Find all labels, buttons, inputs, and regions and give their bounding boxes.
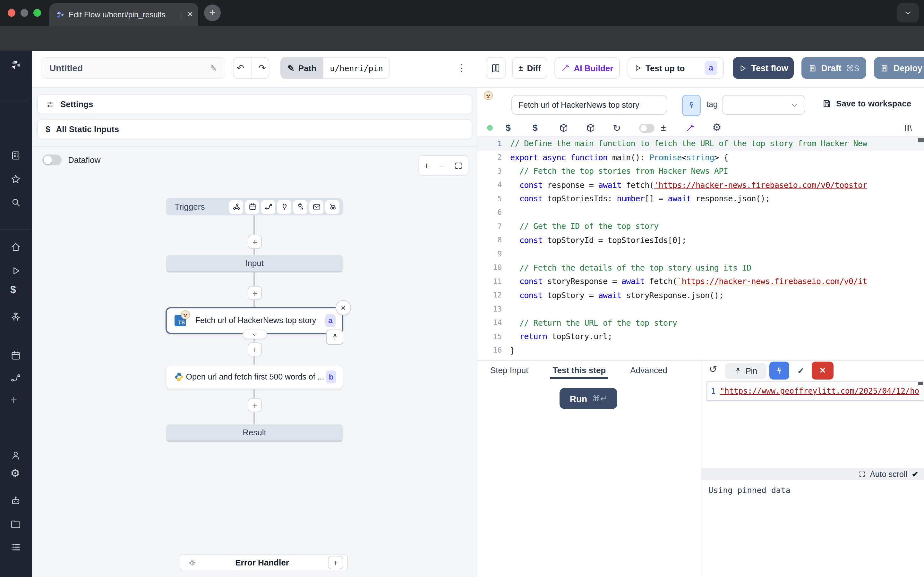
window-minimize-button[interactable] bbox=[21, 9, 28, 17]
code-line[interactable]: 11 const storyResponse = await fetch(`ht… bbox=[477, 274, 924, 288]
runs-play-icon[interactable] bbox=[10, 266, 21, 276]
more-options-icon[interactable]: ⋮ bbox=[457, 57, 467, 79]
kafka-trigger-icon[interactable] bbox=[293, 200, 307, 214]
auto-scroll-check-icon[interactable]: ✔ bbox=[912, 470, 918, 479]
tab-close-icon[interactable]: ✕ bbox=[187, 10, 193, 19]
routes-icon[interactable] bbox=[10, 372, 21, 384]
code-line[interactable]: 9 bbox=[477, 247, 924, 261]
code-line[interactable]: 10 // Fetch the details of the top story… bbox=[477, 261, 924, 274]
code-line[interactable]: 3 // Fetch the top stories from Hacker N… bbox=[477, 164, 924, 178]
collapse-node-button[interactable] bbox=[242, 330, 267, 339]
code-line[interactable]: 15 return topStory.url; bbox=[477, 330, 924, 343]
schedules-calendar-icon[interactable] bbox=[10, 350, 21, 361]
editor-settings-gear-icon[interactable]: ⚙ bbox=[712, 121, 722, 133]
pin-toggle-button[interactable] bbox=[682, 95, 701, 116]
node-pin-badge[interactable] bbox=[326, 330, 343, 345]
code-line[interactable]: 1// Define the main function to fetch th… bbox=[477, 137, 924, 150]
windmill-logo[interactable] bbox=[10, 59, 22, 71]
logs-list-icon[interactable] bbox=[10, 542, 21, 553]
email-trigger-icon[interactable] bbox=[309, 200, 323, 214]
folders-icon[interactable] bbox=[10, 519, 21, 530]
editor-scrollbar[interactable] bbox=[918, 138, 924, 142]
tab-advanced[interactable]: Advanced bbox=[630, 361, 667, 379]
code-line[interactable]: 16} bbox=[477, 343, 924, 357]
result-node[interactable]: Result bbox=[166, 424, 342, 442]
remove-node-button[interactable]: ✕ bbox=[336, 300, 351, 316]
step-name-input[interactable] bbox=[511, 95, 667, 115]
deploy-button[interactable]: Deploy bbox=[874, 57, 924, 79]
window-close-button[interactable] bbox=[8, 9, 15, 17]
redo-icon[interactable]: ↷ bbox=[255, 63, 269, 73]
ai-builder-button[interactable]: AI Builder bbox=[554, 57, 620, 79]
add-icon[interactable]: + bbox=[10, 395, 17, 406]
input-node[interactable]: Input bbox=[166, 255, 342, 272]
poll-trigger-icon[interactable] bbox=[325, 200, 339, 214]
flow-settings-row[interactable]: Settings bbox=[37, 94, 472, 114]
expand-icon[interactable] bbox=[858, 471, 865, 478]
ai-wand-icon[interactable] bbox=[685, 123, 695, 133]
code-line[interactable]: 6 bbox=[477, 205, 924, 219]
favorites-star-icon[interactable] bbox=[10, 174, 21, 185]
triggers-node[interactable]: Triggers bbox=[166, 198, 342, 215]
tab-search-button[interactable] bbox=[897, 3, 919, 23]
undo-icon[interactable]: ↶ bbox=[234, 63, 247, 73]
code-line[interactable]: 12 const topStory = await storyResponse.… bbox=[477, 288, 924, 302]
workspace-icon[interactable] bbox=[10, 150, 21, 161]
diff-mode-toggle[interactable] bbox=[639, 124, 654, 133]
auto-scroll-bar[interactable]: Auto scroll ✔ bbox=[701, 468, 924, 480]
save-to-workspace-button[interactable]: Save to workspace bbox=[822, 99, 911, 108]
webhook-trigger-icon[interactable] bbox=[229, 200, 243, 214]
code-line[interactable]: 2export async function main(): Promise<s… bbox=[477, 150, 924, 164]
edit-pencil-icon[interactable]: ✎ bbox=[210, 63, 217, 73]
code-line[interactable]: 7 // Get the ID of the top story bbox=[477, 219, 924, 233]
error-handler-node[interactable]: Error Handler + bbox=[180, 554, 348, 571]
variables-dollar-icon[interactable]: $ bbox=[506, 122, 511, 133]
path-value[interactable]: u/henri/pin bbox=[323, 57, 390, 79]
tab-step-input[interactable]: Step Input bbox=[490, 361, 528, 379]
all-static-inputs-row[interactable]: $ All Static Inputs bbox=[37, 119, 472, 139]
resources-dollar-icon[interactable]: $ bbox=[533, 122, 538, 133]
accept-pin-button[interactable]: ✓ bbox=[792, 363, 810, 379]
settings-gear-icon[interactable]: ⚙ bbox=[10, 468, 20, 479]
flow-name-field[interactable]: Untitled ✎ bbox=[41, 57, 225, 79]
add-error-handler-button[interactable]: + bbox=[328, 556, 343, 569]
fit-view-icon[interactable] bbox=[455, 161, 463, 169]
pinned-editor-scrollbar[interactable] bbox=[918, 382, 923, 385]
history-icon[interactable]: ↺ bbox=[709, 364, 717, 375]
run-button[interactable]: Run ⌘↵ bbox=[559, 388, 617, 409]
dataflow-toggle[interactable] bbox=[42, 155, 61, 165]
browser-tab[interactable]: Edit Flow u/henri/pin_results | ✕ bbox=[49, 3, 198, 26]
pin-result-button[interactable]: Pin bbox=[725, 363, 766, 379]
add-step-button[interactable]: + bbox=[248, 398, 262, 412]
user-icon[interactable] bbox=[10, 450, 21, 461]
search-icon[interactable] bbox=[10, 197, 21, 208]
window-zoom-button[interactable] bbox=[33, 9, 41, 17]
add-step-button[interactable]: + bbox=[248, 342, 262, 356]
websocket-trigger-icon[interactable] bbox=[277, 200, 291, 214]
code-line[interactable]: 8 const topStoryId = topStoriesIds[0]; bbox=[477, 233, 924, 247]
zoom-in-icon[interactable]: + bbox=[424, 160, 430, 171]
tag-select[interactable] bbox=[722, 95, 805, 115]
test-flow-button[interactable]: Test flow bbox=[733, 57, 794, 79]
library-icon[interactable] bbox=[903, 123, 913, 133]
docs-button[interactable] bbox=[486, 57, 506, 79]
flow-path-control[interactable]: ✎Path u/henri/pin bbox=[280, 57, 390, 79]
add-step-button[interactable]: + bbox=[248, 286, 262, 300]
http-route-trigger-icon[interactable] bbox=[261, 200, 275, 214]
workers-robot-icon[interactable] bbox=[10, 496, 21, 506]
test-up-to-step-badge[interactable]: a bbox=[704, 61, 717, 75]
pinned-data-editor[interactable]: 1 "https://www.geoffreylitt.com/2025/04/… bbox=[706, 382, 923, 401]
new-tab-button[interactable]: + bbox=[204, 5, 221, 21]
tab-test-this-step[interactable]: Test this step bbox=[553, 361, 606, 379]
code-line[interactable]: 5 const topStoriesIds: number[] = await … bbox=[477, 192, 924, 205]
remove-pin-button[interactable]: ✕ bbox=[812, 362, 834, 380]
draft-button[interactable]: Draft ⌘S bbox=[801, 57, 866, 79]
flow-node-b[interactable]: Open url and fetch first 500 words of ..… bbox=[166, 365, 343, 389]
package-icon[interactable] bbox=[559, 123, 569, 133]
home-icon[interactable] bbox=[10, 242, 21, 253]
zoom-out-icon[interactable]: − bbox=[439, 160, 445, 171]
add-step-button[interactable]: + bbox=[248, 235, 262, 249]
code-editor[interactable]: 1// Define the main function to fetch th… bbox=[477, 137, 924, 360]
pinned-active-button[interactable] bbox=[769, 362, 789, 380]
variables-dollar-icon[interactable]: $ bbox=[10, 284, 16, 295]
